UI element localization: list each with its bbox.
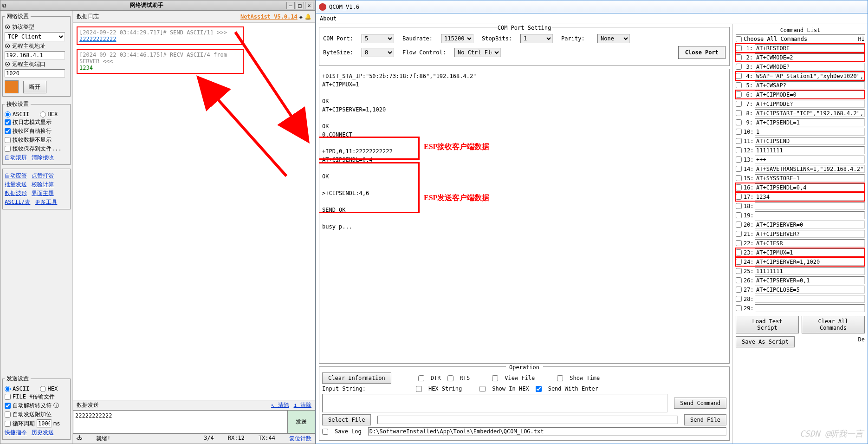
cmd-input[interactable] — [755, 286, 865, 294]
cmd-input[interactable] — [755, 118, 865, 126]
cmd-checkbox[interactable] — [736, 157, 742, 163]
cmd-checkbox[interactable] — [736, 147, 742, 153]
cmd-input[interactable] — [755, 304, 865, 312]
show-hex-checkbox[interactable] — [479, 386, 486, 392]
cmd-checkbox[interactable] — [736, 82, 742, 88]
clear-info-button[interactable]: Clear Information — [322, 372, 391, 384]
cmd-checkbox[interactable] — [736, 194, 742, 200]
save-file-checkbox[interactable] — [5, 146, 11, 152]
send-file-button[interactable]: Send File — [684, 414, 726, 425]
cmd-input[interactable] — [755, 267, 865, 275]
cmd-input[interactable] — [755, 248, 865, 256]
cmd-checkbox[interactable] — [736, 138, 742, 144]
disconnect-button[interactable]: 断开 — [23, 81, 46, 93]
cmd-input[interactable] — [755, 258, 865, 266]
menu-about[interactable]: About — [320, 15, 337, 22]
cmd-input[interactable] — [755, 239, 865, 247]
send-button[interactable]: 发送 — [287, 410, 315, 433]
save-script-button[interactable]: Save As Script — [736, 336, 795, 347]
view-file-checkbox[interactable] — [492, 375, 498, 381]
input-string-field[interactable] — [322, 394, 667, 412]
reset-count-link[interactable]: 复位计数 — [289, 435, 311, 443]
cmd-checkbox[interactable] — [736, 287, 742, 293]
cmd-checkbox[interactable] — [736, 91, 742, 98]
cmd-checkbox[interactable] — [736, 73, 742, 79]
show-time-checkbox[interactable] — [557, 375, 563, 381]
cmd-checkbox[interactable] — [736, 212, 742, 218]
cmd-checkbox[interactable] — [736, 184, 742, 190]
autoscroll-link[interactable]: 自动滚屏 — [5, 154, 27, 162]
flowctrl-select[interactable]: No Ctrl Flow — [454, 48, 501, 57]
terminal-output[interactable]: ESP接收客户端数据 ESP发送客户端数据 +DIST_STA_IP:"50:2… — [319, 69, 730, 364]
rts-checkbox[interactable] — [447, 375, 453, 381]
clear-left-link[interactable]: ↖ 清除 — [271, 401, 289, 409]
send-input[interactable]: 22222222222 — [73, 410, 287, 433]
host-input[interactable] — [5, 51, 65, 59]
history-link[interactable]: 历史发送 — [32, 429, 54, 437]
port-input[interactable] — [5, 69, 65, 78]
cmd-checkbox[interactable] — [736, 222, 742, 228]
period-input[interactable] — [37, 419, 52, 428]
cmd-checkbox[interactable] — [736, 175, 742, 181]
file-transfer-checkbox[interactable] — [5, 394, 11, 400]
cmd-checkbox[interactable] — [736, 45, 742, 51]
cmd-input[interactable] — [755, 146, 865, 154]
loop-checkbox[interactable] — [5, 421, 11, 427]
cmd-checkbox[interactable] — [736, 129, 742, 135]
cmd-input[interactable] — [755, 295, 865, 303]
more-tools-link[interactable]: 更多工具 — [35, 198, 57, 206]
log-path-input[interactable] — [368, 427, 726, 436]
waveform-link[interactable]: 数据波形 — [5, 189, 27, 197]
cmd-checkbox[interactable] — [736, 277, 742, 283]
choose-all-checkbox[interactable] — [736, 36, 742, 42]
cmd-checkbox[interactable] — [736, 305, 742, 311]
hex-string-checkbox[interactable] — [416, 386, 422, 392]
cmd-input[interactable] — [755, 174, 865, 182]
cmd-input[interactable] — [755, 91, 865, 98]
log-area[interactable]: [2024-09-22 03:44:29.717]# SEND ASCII/11… — [73, 23, 315, 400]
append-checkbox[interactable] — [5, 411, 11, 418]
bytesize-select[interactable]: 8 — [362, 48, 394, 57]
save-log-checkbox[interactable] — [322, 429, 328, 435]
cmd-checkbox[interactable] — [736, 259, 742, 265]
cmd-checkbox[interactable] — [736, 64, 742, 70]
cmd-input[interactable] — [755, 156, 865, 163]
maximize-button[interactable]: □ — [296, 2, 304, 9]
cmd-input[interactable] — [755, 81, 865, 89]
cmd-input[interactable] — [755, 72, 865, 80]
cmd-checkbox[interactable] — [736, 268, 742, 274]
cmd-input[interactable] — [755, 230, 865, 238]
select-file-button[interactable]: Select File — [322, 414, 371, 425]
cmd-checkbox[interactable] — [736, 101, 742, 107]
recv-hex-radio[interactable] — [40, 111, 46, 118]
clear-recv-link[interactable]: 清除接收 — [32, 154, 54, 162]
com-port-select[interactable]: 5 — [362, 34, 394, 43]
cmd-input[interactable] — [755, 183, 865, 191]
protocol-select[interactable]: TCP Client — [5, 32, 65, 41]
send-tab[interactable]: 数据发送 — [77, 401, 99, 409]
cmd-checkbox[interactable] — [736, 119, 742, 125]
bell-icon[interactable]: 🔔 — [304, 13, 311, 20]
batch-send-link[interactable]: 批量发送 — [5, 181, 27, 189]
cmd-input[interactable] — [755, 109, 865, 117]
send-ascii-radio[interactable] — [5, 386, 11, 392]
cmd-checkbox[interactable] — [736, 54, 742, 60]
donate-link[interactable]: 点赞打赏 — [32, 172, 54, 180]
hide-recv-checkbox[interactable] — [5, 137, 11, 143]
baudrate-select[interactable]: 115200 — [441, 34, 473, 43]
theme-link[interactable]: 界面主题 — [32, 189, 54, 197]
log-mode-checkbox[interactable] — [5, 119, 11, 125]
log-tab[interactable]: 数据日志 — [77, 13, 99, 20]
ascii-table-link[interactable]: ASCII/表 — [5, 198, 30, 206]
shortcut-link[interactable]: 快捷指令 — [5, 429, 27, 437]
send-hex-radio[interactable] — [40, 386, 46, 392]
cmd-input[interactable] — [755, 44, 865, 52]
clear-all-button[interactable]: Clear All Commands — [802, 316, 865, 333]
cmd-input[interactable] — [755, 221, 865, 229]
load-script-button[interactable]: Load Test Script — [736, 316, 799, 333]
send-enter-checkbox[interactable] — [536, 386, 542, 392]
cmd-input[interactable] — [755, 211, 865, 219]
close-button[interactable]: × — [305, 2, 313, 9]
recv-ascii-radio[interactable] — [5, 111, 11, 118]
escape-checkbox[interactable] — [5, 403, 11, 409]
